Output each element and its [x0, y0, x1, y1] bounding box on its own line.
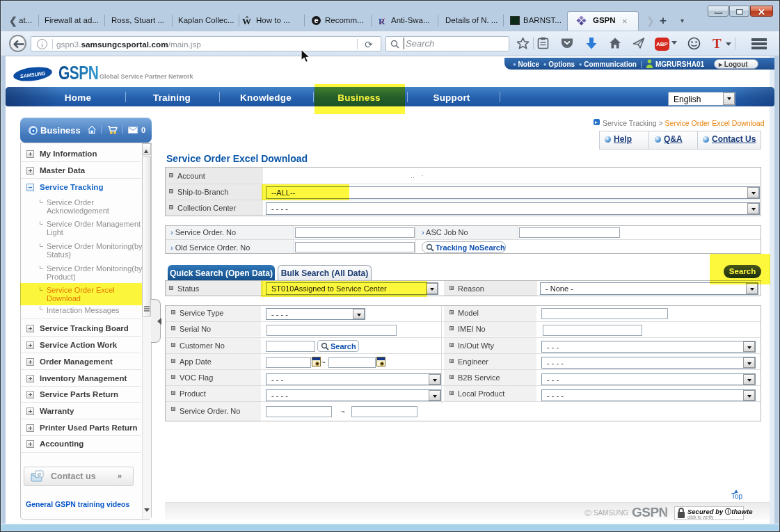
- svg-text:@: @: [37, 472, 41, 476]
